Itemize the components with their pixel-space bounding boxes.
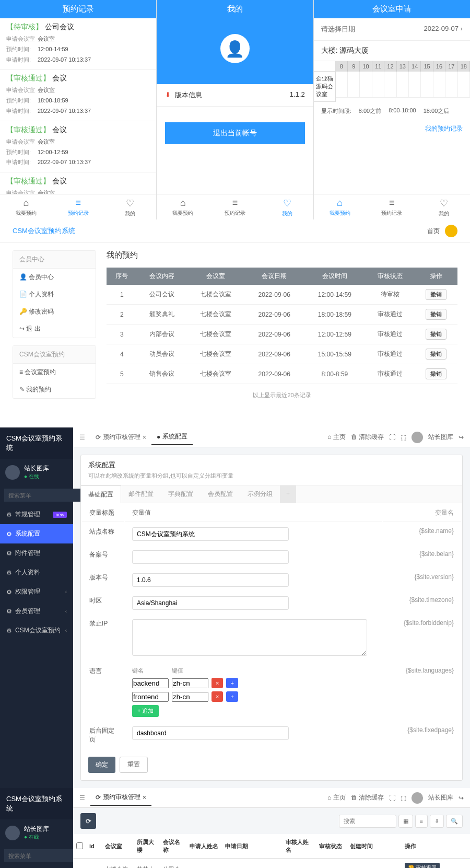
sidebar-item[interactable]: 📄 个人资料	[13, 286, 96, 303]
logout-icon[interactable]: ↪	[459, 434, 464, 441]
user-avatar-icon[interactable]	[5, 465, 20, 480]
config-textarea[interactable]	[132, 619, 367, 656]
home-link[interactable]: ⌂ 主页	[327, 793, 346, 802]
kv-value-input[interactable]	[172, 692, 208, 702]
nav-item[interactable]: ⌂我要预约	[0, 194, 52, 219]
version-info-row[interactable]: ⬇版本信息 1.1.2	[157, 84, 313, 107]
reset-button[interactable]: 重置	[120, 757, 148, 773]
nav-item[interactable]: ⚙ 个人资料	[0, 563, 73, 582]
time-slot[interactable]	[397, 72, 409, 98]
config-input[interactable]	[132, 550, 289, 564]
time-slot[interactable]	[360, 72, 372, 98]
clear-cache-link[interactable]: 🗑 清除缓存	[351, 793, 384, 802]
remove-button[interactable]: ×	[212, 691, 223, 702]
clear-cache-link[interactable]: 🗑 清除缓存	[351, 433, 384, 442]
close-icon[interactable]: ×	[143, 434, 146, 441]
kv-key-input[interactable]	[132, 678, 169, 688]
expand-icon[interactable]: ⛶	[389, 794, 395, 802]
config-input[interactable]	[132, 573, 289, 587]
config-input[interactable]	[132, 527, 289, 541]
nav-item[interactable]: ≡预约记录	[366, 194, 418, 219]
close-icon[interactable]: ×	[143, 794, 146, 801]
topbar-user[interactable]: 站长图库	[428, 433, 453, 442]
confirm-button[interactable]: 确定	[88, 757, 115, 773]
add-button[interactable]: +	[226, 691, 238, 702]
brand-logo-icon[interactable]	[445, 225, 457, 237]
expand-icon[interactable]: ⛶	[389, 434, 395, 441]
fullscreen-icon[interactable]: ⬚	[401, 794, 406, 802]
sidebar-item[interactable]: ↪ 退 出	[13, 320, 96, 338]
sidebar-item[interactable]: ≡ 会议室预约	[13, 364, 96, 381]
menu-search-input[interactable]	[4, 849, 85, 862]
nav-item[interactable]: ⌂我要预约	[314, 194, 366, 219]
config-tab[interactable]: 基础配置	[81, 485, 121, 503]
record-card[interactable]: 【审核通过】 会议 申请会议室会议室 预约时间:12:00-12:59 申请时间…	[0, 121, 156, 172]
legend-mid[interactable]: 8:00-18:00	[389, 107, 416, 115]
user-avatar-icon[interactable]	[5, 826, 20, 840]
columns-button[interactable]: ▦	[398, 815, 413, 828]
export-button[interactable]: ⇩	[430, 815, 444, 828]
sort-button[interactable]: ≡	[415, 815, 428, 828]
time-slot[interactable]	[421, 72, 433, 98]
add-button[interactable]: +	[226, 678, 238, 688]
avatar-icon[interactable]: 👤	[220, 34, 250, 63]
nav-item[interactable]: ⚙ 常规管理new	[0, 505, 73, 524]
sidebar-item[interactable]: 🔑 修改密码	[13, 303, 96, 320]
time-slot[interactable]	[458, 72, 470, 98]
record-card[interactable]: 【待审核】 公司会议 申请会议室会议室 预约时间:12:00-14:59 申请时…	[0, 18, 156, 70]
nav-item[interactable]: ⚙ 附件管理	[0, 543, 73, 563]
config-tab[interactable]: 字典配置	[161, 485, 201, 503]
legend-after[interactable]: 18:00之后	[424, 107, 450, 115]
nav-item[interactable]: ♡我的	[418, 194, 470, 219]
nav-item[interactable]: ⌂我要预约	[157, 194, 209, 219]
refresh-button[interactable]: ⟳	[80, 813, 96, 829]
sidebar-item[interactable]: 👤 会员中心	[13, 269, 96, 286]
my-reservation-link[interactable]: 我的预约记录	[314, 120, 470, 137]
top-tab[interactable]: ● 系统配置	[151, 429, 193, 445]
search-toggle-button[interactable]: 🔍	[446, 815, 463, 828]
add-tab-button[interactable]: +	[280, 485, 296, 503]
top-tab[interactable]: ⟳ 预约审核管理 ×	[90, 429, 151, 445]
nav-item[interactable]: ♡我的	[104, 194, 157, 219]
config-tab[interactable]: 示例分组	[240, 485, 280, 503]
system-title[interactable]: CSM会议室预约系统	[13, 226, 75, 236]
revoke-button[interactable]: 撤销	[426, 349, 446, 360]
config-input[interactable]	[132, 726, 289, 740]
kv-value-input[interactable]	[172, 678, 208, 688]
config-tab[interactable]: 邮件配置	[121, 485, 161, 503]
revoke-button[interactable]: 撤销	[426, 368, 446, 379]
record-card[interactable]: 【审核通过】 会议 申请会议室会议室 预约时间: 申请时间:	[0, 172, 156, 194]
menu-toggle-icon[interactable]: ☰	[79, 794, 85, 802]
config-tab[interactable]: 会员配置	[201, 485, 240, 503]
time-slot[interactable]	[348, 72, 360, 98]
record-card[interactable]: 【审核通过】 会议 申请会议室会议室 预约时间:18:00-18:59 申请时间…	[0, 70, 156, 121]
user-avatar-icon[interactable]	[412, 432, 423, 443]
home-link[interactable]: 首页	[427, 227, 440, 236]
time-slot[interactable]	[384, 72, 396, 98]
select-all-checkbox[interactable]	[76, 842, 83, 849]
date-picker[interactable]: 请选择日期 2022-09-07 ›	[314, 18, 470, 41]
append-button[interactable]: + 追加	[132, 705, 159, 717]
nav-item[interactable]: ○ 常规管理new	[0, 865, 73, 868]
nav-item[interactable]: ♡我的	[261, 194, 313, 219]
time-slot[interactable]	[409, 72, 421, 98]
nav-item[interactable]: ⚙ CSM会议室预约‹	[0, 621, 73, 640]
menu-search-input[interactable]	[4, 489, 85, 502]
top-tab[interactable]: ⟳ 预约审核管理 ×	[90, 790, 151, 806]
topbar-user[interactable]: 站长图库	[428, 793, 453, 802]
home-link[interactable]: ⌂ 主页	[327, 433, 346, 442]
time-slot[interactable]	[433, 72, 445, 98]
time-slot[interactable]	[445, 72, 457, 98]
config-input[interactable]	[132, 596, 289, 610]
nav-item[interactable]: ⚙ 会员管理‹	[0, 601, 73, 621]
remove-button[interactable]: ×	[212, 678, 223, 688]
user-avatar-icon[interactable]	[412, 792, 423, 804]
revoke-button[interactable]: 撤销	[426, 289, 446, 300]
revoke-button[interactable]: 撤销	[426, 309, 446, 320]
nav-item[interactable]: ≡预约记录	[52, 194, 104, 219]
legend-before[interactable]: 8:00之前	[359, 107, 381, 115]
logout-button[interactable]: 退出当前帐号	[165, 122, 304, 144]
fullscreen-icon[interactable]: ⬚	[401, 434, 406, 441]
nav-item[interactable]: ≡预约记录	[209, 194, 261, 219]
nav-item[interactable]: ⚙ 权限管理‹	[0, 582, 73, 601]
